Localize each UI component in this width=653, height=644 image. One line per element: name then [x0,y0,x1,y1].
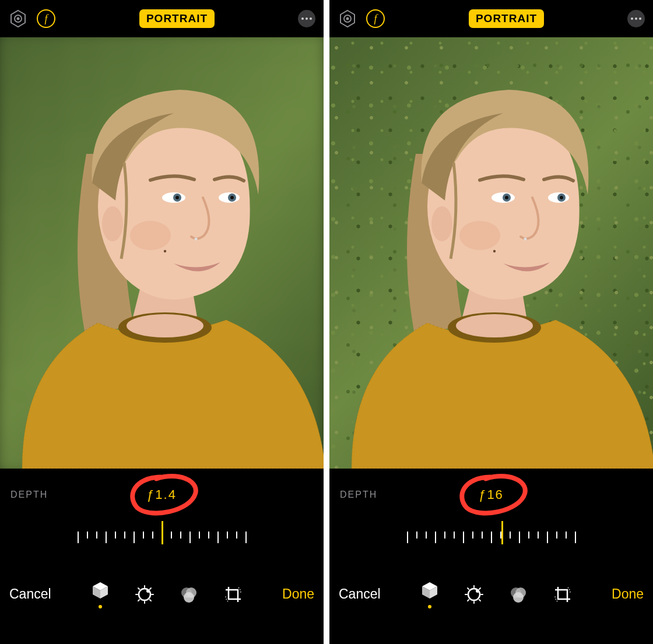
crop-tool-button[interactable] [223,585,243,604]
more-button[interactable] [298,10,315,27]
svg-point-33 [346,17,349,20]
depth-f-value: ƒ1.4 [147,487,177,502]
svg-line-55 [468,588,469,589]
svg-text:f: f [374,13,378,24]
adjust-dial-icon [135,585,155,604]
active-dot-icon [99,605,102,608]
svg-point-39 [431,206,452,241]
bottom-bar: Cancel [329,556,653,644]
top-bar: f PORTRAIT [0,0,324,37]
filters-tool-button[interactable] [179,585,199,604]
svg-point-61 [513,592,524,603]
svg-point-6 [127,314,203,337]
depth-label: DEPTH [340,490,377,500]
svg-point-14 [230,196,234,199]
depth-slider[interactable] [0,521,324,556]
cancel-button[interactable]: Cancel [339,586,381,602]
photo-subject [0,49,324,469]
svg-line-24 [138,588,139,589]
slider-indicator [162,521,163,544]
photo-preview[interactable] [329,37,653,469]
adjust-dial-icon [464,585,484,604]
portrait-tool-button[interactable] [420,580,440,608]
cancel-button[interactable]: Cancel [9,586,51,602]
depth-row: DEPTH ƒ16 [329,469,653,521]
done-button[interactable]: Done [612,586,644,602]
editor-pane-left: f PORTRAIT [0,0,324,644]
svg-point-50 [476,589,479,593]
done-button[interactable]: Done [282,586,314,602]
aperture-f-icon[interactable]: f [36,9,56,29]
svg-line-56 [479,600,480,601]
editor-pane-right: f PORTRAIT [329,0,653,644]
svg-point-42 [505,196,508,199]
filters-tool-button[interactable] [508,585,528,604]
filters-icon [179,585,199,604]
svg-line-57 [468,600,469,601]
depth-slider[interactable] [329,521,653,556]
depth-label: DEPTH [10,490,48,500]
svg-point-15 [194,238,197,241]
portrait-tool-button[interactable] [90,580,110,608]
svg-point-30 [184,592,194,603]
svg-text:f: f [44,13,49,24]
filters-icon [508,585,528,604]
crop-rotate-icon [553,585,573,604]
svg-point-47 [459,221,500,250]
adjust-tool-button[interactable] [135,585,155,604]
active-dot-icon [428,605,431,608]
cube-icon [90,580,110,600]
svg-line-26 [138,600,139,601]
svg-point-46 [524,238,526,241]
depth-f-value: ƒ16 [479,487,504,502]
svg-point-48 [493,250,495,252]
svg-point-16 [130,221,171,250]
svg-point-37 [456,314,533,337]
photo-subject [329,49,653,469]
svg-point-2 [17,17,20,20]
mode-pill[interactable]: PORTRAIT [139,9,215,28]
slider-ticks [407,521,576,556]
crop-rotate-icon [223,585,243,604]
svg-point-17 [163,250,166,252]
ellipsis-icon [631,17,633,20]
svg-point-11 [175,196,179,199]
more-button[interactable] [627,10,645,27]
aperture-f-icon[interactable]: f [366,9,385,29]
svg-point-8 [102,206,123,241]
crop-tool-button[interactable] [553,585,573,604]
photo-preview[interactable] [0,37,324,469]
cube-icon [420,580,440,600]
mode-pill[interactable]: PORTRAIT [469,9,544,28]
svg-line-25 [150,600,151,601]
svg-line-27 [150,588,151,589]
svg-point-45 [560,196,563,199]
top-bar: f PORTRAIT [329,0,653,37]
depth-row: DEPTH ƒ1.4 [0,469,324,521]
lighting-hex-icon[interactable] [338,9,357,29]
svg-point-19 [146,589,150,593]
slider-indicator [501,521,503,544]
ellipsis-icon [301,17,304,20]
adjust-tool-button[interactable] [464,585,484,604]
lighting-hex-icon[interactable] [8,9,28,29]
bottom-bar: Cancel [0,556,324,644]
svg-line-58 [479,588,480,589]
